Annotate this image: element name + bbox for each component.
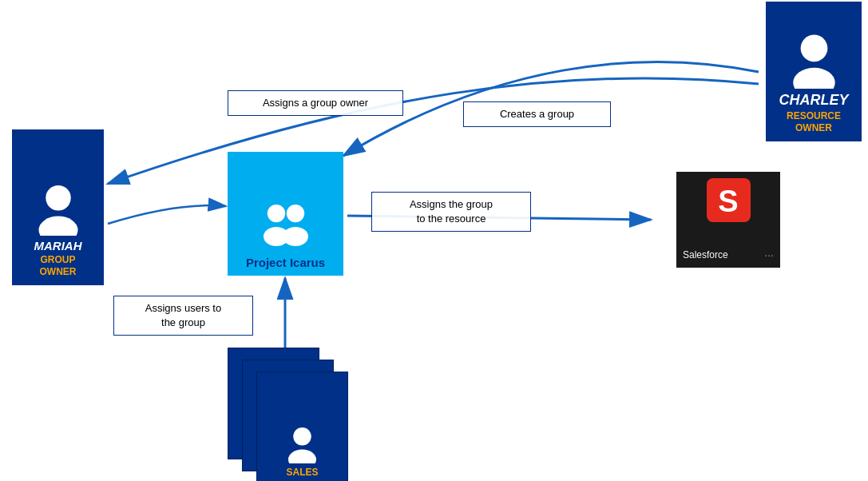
group-card: Project Icarus — [228, 152, 343, 276]
salesforce-card: S Salesforce ··· — [676, 172, 780, 268]
sales-avatar — [280, 423, 324, 463]
assigns-resource-label: Assigns the groupto the resource — [371, 192, 531, 232]
mariah-role: GROUPOWNER — [40, 254, 77, 277]
svg-point-4 — [46, 185, 71, 211]
svg-point-5 — [38, 217, 77, 237]
assigns-owner-label: Assigns a group owner — [228, 90, 403, 116]
salesforce-dots: ··· — [764, 248, 774, 261]
svg-point-13 — [288, 450, 316, 464]
svg-point-12 — [293, 427, 311, 446]
sales-card: SALES — [256, 372, 348, 481]
svg-point-8 — [286, 205, 303, 222]
assigns-users-label: Assigns users tothe group — [113, 296, 253, 336]
charley-avatar — [784, 29, 844, 89]
svg-point-9 — [283, 227, 308, 246]
svg-text:S: S — [718, 185, 738, 218]
sales-role: SALES — [286, 467, 318, 478]
group-avatar — [254, 199, 318, 251]
creates-group-label: Creates a group — [463, 101, 611, 127]
svg-point-2 — [800, 35, 827, 62]
svg-point-3 — [793, 68, 835, 89]
mariah-avatar — [30, 180, 86, 236]
mariah-card: MARIAH GROUPOWNER — [12, 129, 104, 285]
mariah-name: MARIAH — [34, 239, 82, 252]
charley-role: RESOURCEOWNER — [787, 110, 841, 133]
charley-card: CHARLEY RESOURCEOWNER — [766, 2, 862, 141]
salesforce-logo: S — [707, 178, 751, 222]
salesforce-name: Salesforce — [683, 249, 728, 260]
group-name: Project Icarus — [246, 256, 325, 269]
charley-name: CHARLEY — [779, 92, 848, 109]
svg-point-6 — [267, 205, 284, 222]
salesforce-label-row: Salesforce ··· — [683, 248, 774, 261]
